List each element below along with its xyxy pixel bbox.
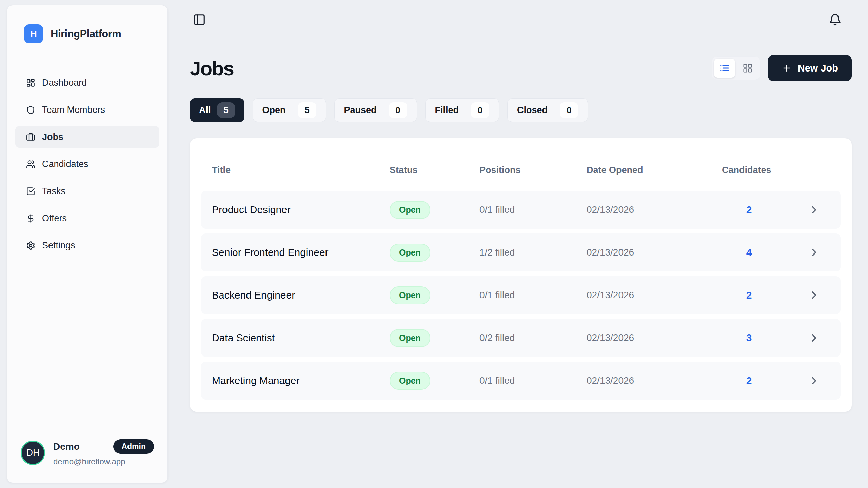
sidebar-item-label: Jobs [42,132,63,142]
table-row[interactable]: Backend Engineer Open 0/1 filled 02/13/2… [201,276,841,314]
sidebar-item[interactable]: Offers [15,207,159,229]
candidates-count[interactable]: 3 [722,332,776,344]
bell-icon[interactable] [829,13,842,26]
filter-label: Paused [344,105,377,116]
sidebar-nav: Dashboard Team Members Jobs Candidates T… [15,72,159,262]
chevron-right-icon[interactable] [808,289,820,301]
filter-count-badge: 0 [471,102,489,118]
dashboard-icon [26,78,35,87]
avatar: DH [21,441,45,465]
job-title: Senior Frontend Engineer [212,247,390,258]
filter-count-badge: 5 [298,102,316,118]
column-header: Positions [479,165,587,176]
view-toggle-segment[interactable] [737,59,758,78]
user-name: Demo [53,441,80,452]
filter-label: Open [262,105,286,116]
topbar [168,0,868,39]
table-row[interactable]: Senior Frontend Engineer Open 1/2 filled… [201,233,841,271]
filter-button[interactable]: Filled 0 [425,98,499,122]
sidebar-item[interactable]: Dashboard [15,72,159,94]
date-opened: 02/13/2026 [587,375,722,386]
job-title: Product Designer [212,204,390,216]
status-filters: All 5 Open 5 Paused 0 Filled 0 [190,98,852,122]
column-header: Date Opened [587,165,722,176]
filter-count-badge: 0 [560,102,578,118]
dollar-icon [26,214,35,223]
table-row[interactable]: Marketing Manager Open 0/1 filled 02/13/… [201,362,841,400]
filter-label: Filled [435,105,459,116]
status-badge: Open [390,286,430,304]
page-header: Jobs New Job [190,55,852,81]
check-square-icon [26,187,35,196]
filter-button[interactable]: All 5 [190,98,244,122]
list-view-icon [719,63,730,73]
gear-icon [26,241,35,250]
candidates-count[interactable]: 2 [722,204,776,216]
date-opened: 02/13/2026 [587,332,722,343]
positions-filled: 0/1 filled [479,204,587,215]
brand: H HiringPlatform [15,24,159,43]
table-row[interactable]: Product Designer Open 0/1 filled 02/13/2… [201,191,841,229]
sidebar-item-label: Offers [42,213,67,224]
filter-count-badge: 0 [389,102,407,118]
positions-filled: 0/1 filled [479,290,587,301]
user-email: demo@hireflow.app [53,457,154,466]
chevron-right-icon[interactable] [808,374,820,387]
sidebar-item[interactable]: Settings [15,235,159,256]
candidates-count[interactable]: 2 [722,375,776,386]
brand-name: HiringPlatform [51,28,121,40]
job-title: Marketing Manager [212,375,390,386]
view-toggle-segment[interactable] [714,59,735,78]
status-badge: Open [390,244,430,262]
sidebar-item[interactable]: Candidates [15,153,159,175]
date-opened: 02/13/2026 [587,290,722,301]
chevron-right-icon[interactable] [808,246,820,259]
sidebar-item-label: Tasks [42,186,65,197]
sidebar-item-label: Settings [42,240,75,251]
view-toggle [712,56,761,80]
column-header: Status [390,165,479,176]
sidebar-item[interactable]: Team Members [15,99,159,121]
positions-filled: 0/1 filled [479,375,587,386]
sidebar-item-label: Candidates [42,159,88,169]
filter-label: All [199,105,211,116]
sidebar-item-label: Dashboard [42,78,87,88]
table-body: Product Designer Open 0/1 filled 02/13/2… [201,191,841,400]
page-content: Jobs New Job [168,55,868,412]
chevron-right-icon[interactable] [808,204,820,216]
filter-button[interactable]: Paused 0 [334,98,417,122]
candidates-count[interactable]: 2 [722,289,776,301]
filter-label: Closed [517,105,548,116]
new-job-button[interactable]: New Job [768,55,852,81]
table-row[interactable]: Data Scientist Open 0/2 filled 02/13/202… [201,319,841,357]
table-header: Title Status Positions Date Opened Candi… [201,149,841,191]
filter-button[interactable]: Open 5 [253,98,326,122]
shield-icon [26,105,35,115]
sidebar-item-label: Team Members [42,105,105,115]
brand-logo-icon: H [24,24,43,43]
sidebar: H HiringPlatform Dashboard Team Members … [7,5,168,483]
column-header: Candidates [722,165,776,176]
filter-count-badge: 5 [217,102,235,118]
header-controls: New Job [712,55,852,81]
user-card[interactable]: DH Demo Admin demo@hireflow.app [15,439,159,466]
new-job-label: New Job [798,63,838,74]
filter-button[interactable]: Closed 0 [507,98,588,122]
page-title: Jobs [190,57,234,80]
grid-view-icon [743,63,753,73]
chevron-right-icon[interactable] [808,332,820,344]
positions-filled: 0/2 filled [479,332,587,343]
panel-left-icon[interactable] [193,13,206,26]
candidates-count[interactable]: 4 [722,247,776,258]
sidebar-item[interactable]: Jobs [15,126,159,148]
sidebar-item[interactable]: Tasks [15,180,159,202]
status-badge: Open [390,201,430,219]
status-badge: Open [390,329,430,347]
user-info: Demo Admin demo@hireflow.app [53,439,154,466]
date-opened: 02/13/2026 [587,204,722,215]
column-header: Title [212,165,390,176]
main-area: Jobs New Job [168,0,868,488]
users-icon [26,160,35,169]
job-title: Backend Engineer [212,289,390,301]
role-badge: Admin [113,439,154,454]
